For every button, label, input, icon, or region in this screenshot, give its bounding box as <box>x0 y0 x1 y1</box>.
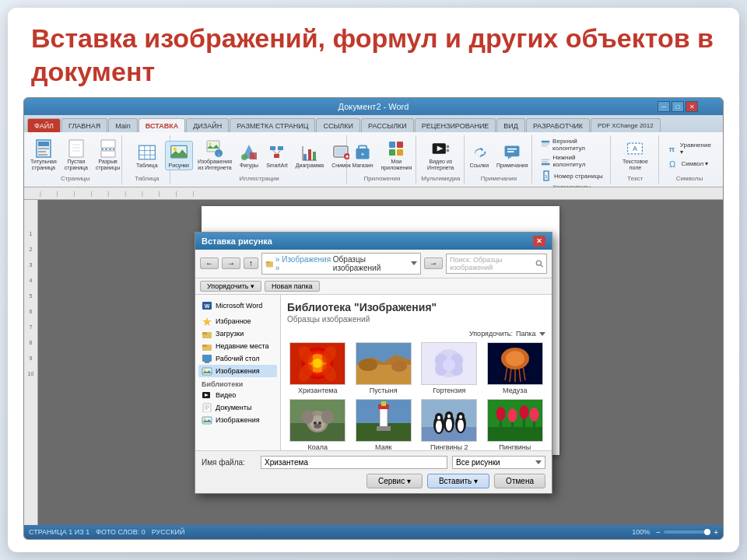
dialog-overlay: Вставка рисунка ✕ ← → ↑ » Изображения » <box>24 200 723 525</box>
btn-pictures[interactable]: Рисунки <box>165 141 193 170</box>
up-button[interactable]: ↑ <box>244 257 258 269</box>
go-button[interactable]: → <box>424 257 443 269</box>
thumb-desert <box>356 342 412 385</box>
tab-file[interactable]: ФАЙЛ <box>27 118 61 132</box>
svg-rect-75 <box>202 332 207 334</box>
btn-symbol[interactable]: Ω Символ ▾ <box>664 158 710 170</box>
organize-button[interactable]: Упорядочить ▾ <box>200 281 261 292</box>
smartart-icon <box>268 143 286 162</box>
svg-marker-73 <box>202 317 212 326</box>
new-folder-button[interactable]: Новая папка <box>265 281 319 292</box>
btn-store[interactable]: + Магазин <box>349 142 377 170</box>
btn-table[interactable]: Таблица <box>133 142 160 170</box>
svg-text:↓: ↓ <box>217 151 220 156</box>
thumb-penguins <box>487 399 543 442</box>
sidebar-item-desktop[interactable]: Рабочий стол <box>198 352 277 365</box>
tab-home[interactable]: ГЛАВНАЯ <box>61 118 107 132</box>
svg-rect-46 <box>397 149 403 156</box>
btn-smartart[interactable]: SmartArt <box>263 142 291 170</box>
btn-video[interactable]: Видео изИнтернета <box>424 138 457 172</box>
filetype-combo[interactable]: Все рисунки <box>452 456 545 469</box>
sidebar-item-favorites[interactable]: Избранное <box>198 315 277 327</box>
svg-rect-27 <box>278 146 283 150</box>
zoom-in-button[interactable]: + <box>714 528 718 537</box>
tab-design[interactable]: ДИЗАЙН <box>186 118 229 132</box>
symbols-buttons: π Уравнение ▾ Ω Символ ▾ <box>664 137 714 173</box>
btn-header[interactable]: Верхний колонтитул <box>538 137 605 152</box>
sidebar-item-video-lib[interactable]: Видео <box>198 389 277 401</box>
sidebar-item-recent[interactable]: Недавние места <box>198 340 277 352</box>
sidebar-item-images-lib[interactable]: Изображения <box>198 414 277 426</box>
svg-point-122 <box>301 410 314 424</box>
image-cell-koala[interactable]: Коала <box>287 399 349 450</box>
image-cell-chrysanthemum[interactable]: Хризантема <box>287 342 349 394</box>
forward-button[interactable]: → <box>222 257 240 269</box>
service-button[interactable]: Сервис ▾ <box>366 474 423 488</box>
minimize-button[interactable]: ─ <box>658 101 670 112</box>
tab-dev[interactable]: РАЗРАБОТЧИК <box>526 118 590 132</box>
image-cell-penguins2[interactable]: Пингвины 2 <box>419 399 480 450</box>
tab-mail[interactable]: РАССЫЛКИ <box>361 118 414 132</box>
tab-refs[interactable]: ССЫЛКИ <box>316 118 360 132</box>
tab-review[interactable]: РЕЦЕНЗИРОВАНИЕ <box>415 118 496 132</box>
btn-equation[interactable]: π Уравнение ▾ <box>664 141 714 156</box>
btn-page-break[interactable]: Разрывстраницы <box>93 138 123 172</box>
footer-label: Нижний колонтитул <box>552 154 602 168</box>
maximize-button[interactable]: □ <box>672 101 684 112</box>
chart-icon <box>300 143 319 162</box>
cancel-button[interactable]: Отмена <box>494 474 545 488</box>
image-label-hydrangea: Гортензия <box>433 387 465 394</box>
tab-main[interactable]: Main <box>108 118 138 132</box>
btn-blank-page[interactable]: Пустаястраница <box>61 138 91 172</box>
close-button[interactable]: ✕ <box>686 101 698 112</box>
insert-button[interactable]: Вставить ▾ <box>427 474 489 488</box>
zoom-slider[interactable] <box>664 530 710 534</box>
tab-view[interactable]: ВИД <box>496 118 525 132</box>
page-break-label: Разрывстраницы <box>96 159 120 170</box>
words-status: ФОТО СЛОВ: 0 <box>96 528 146 536</box>
btn-page-number[interactable]: 1 Номер страницы <box>538 170 605 182</box>
btn-links[interactable]: Ссылки <box>466 142 492 170</box>
image-cell-jellyfish[interactable]: Медуза <box>485 342 546 394</box>
svg-rect-78 <box>202 355 212 362</box>
sidebar-item-word[interactable]: W Microsoft Word <box>198 299 277 312</box>
arrange-value[interactable]: Папка <box>516 330 545 338</box>
ribbon-group-media: Видео изИнтернета Мультимедиа <box>418 135 465 184</box>
filename-input[interactable] <box>261 456 447 469</box>
image-cell-lighthouse[interactable]: Маяк <box>353 399 415 450</box>
tab-pdf[interactable]: PDF XChange 2012 <box>591 118 661 132</box>
btn-shapes[interactable]: Фигуры <box>237 142 261 170</box>
image-label-jellyfish: Медуза <box>503 387 527 394</box>
apps-buttons: + Магазин <box>349 137 416 173</box>
btn-cover-page[interactable]: Титульнаястраница <box>27 138 60 172</box>
zoom-out-button[interactable]: − <box>656 528 661 537</box>
word-statusbar: СТРАНИЦА 1 ИЗ 1 ФОТО СЛОВ: 0 РУССКИЙ 100… <box>24 525 723 539</box>
svg-point-69 <box>536 261 541 265</box>
image-cell-penguins[interactable]: Пингвины <box>485 399 546 450</box>
slide-title: Вставка изображений, формул и других объ… <box>31 22 716 88</box>
dialog-close-button[interactable]: ✕ <box>533 236 545 247</box>
search-box[interactable]: Поиск: Образцы изображений <box>446 254 547 274</box>
table-buttons: Таблица <box>133 137 160 173</box>
btn-textbox[interactable]: A Текстовоеполе <box>619 138 651 172</box>
svg-rect-33 <box>313 152 316 160</box>
cover-page-label: Титульнаястраница <box>30 159 57 170</box>
btn-online-pictures[interactable]: ↓ Изображенияиз Интернета <box>195 138 235 172</box>
sidebar-item-downloads[interactable]: Загрузки <box>198 327 277 340</box>
image-cell-desert[interactable]: Пустыня <box>353 342 415 394</box>
btn-my-apps[interactable]: Моиприложения <box>378 138 416 172</box>
tab-layout[interactable]: РАЗМЕТКА СТРАНИЦ <box>230 118 315 132</box>
btn-chart[interactable]: Диаграмма <box>293 142 327 170</box>
word-document-area: 1 2 3 4 5 6 7 8 9 10 <box>24 200 723 525</box>
tab-insert[interactable]: ВСТАВКА <box>139 118 185 132</box>
sidebar-item-images[interactable]: Изображения <box>198 365 277 377</box>
sidebar-item-docs-lib[interactable]: Документы <box>198 401 277 414</box>
statusbar-right: 100% − + <box>632 528 718 537</box>
image-cell-hydrangea[interactable]: Гортензия <box>419 342 480 394</box>
svg-point-123 <box>321 410 334 424</box>
btn-footer[interactable]: Нижний колонтитул <box>538 153 605 169</box>
table-label: Таблица <box>136 163 157 168</box>
svg-text:W: W <box>205 303 210 309</box>
back-button[interactable]: ← <box>200 257 219 269</box>
btn-comments[interactable]: Примечания <box>493 142 531 170</box>
